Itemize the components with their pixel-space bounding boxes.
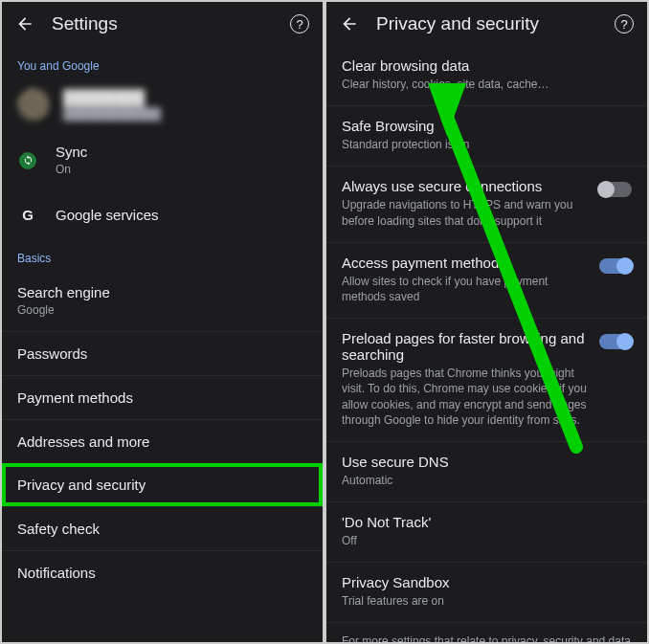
clear-browsing-data-row[interactable]: Clear browsing data Clear history, cooki…	[326, 46, 647, 106]
avatar	[17, 88, 50, 121]
preload-sub: Preloads pages that Chrome thinks you mi…	[342, 366, 590, 428]
passwords-row[interactable]: Passwords	[2, 331, 323, 375]
preload-pages-row[interactable]: Preload pages for faster browsing and se…	[326, 319, 647, 442]
secure-connections-row[interactable]: Always use secure connections Upgrade na…	[326, 167, 647, 242]
sync-title: Sync	[56, 144, 307, 160]
passwords-label: Passwords	[17, 345, 307, 362]
privacy-sandbox-row[interactable]: Privacy Sandbox Trial features are on	[326, 563, 647, 623]
privacy-content: Clear browsing data Clear history, cooki…	[326, 46, 647, 642]
secure-dns-row[interactable]: Use secure DNS Automatic	[326, 442, 647, 502]
payment-methods-label: Payment methods	[17, 389, 307, 406]
back-arrow-icon[interactable]	[340, 14, 359, 33]
clear-sub: Clear history, cookies, site data, cache…	[342, 77, 632, 92]
dns-sub: Automatic	[342, 473, 632, 488]
access-payment-row[interactable]: Access payment methods Allow sites to ch…	[326, 243, 647, 319]
secure-title: Always use secure connections	[342, 178, 590, 194]
page-title: Privacy and security	[376, 13, 597, 34]
preload-title: Preload pages for faster browsing and se…	[342, 330, 590, 363]
sandbox-title: Privacy Sandbox	[342, 574, 632, 590]
google-services-label: Google services	[56, 207, 307, 223]
account-name: ████████	[63, 89, 307, 105]
preload-pages-toggle[interactable]	[599, 334, 632, 349]
access-payment-toggle[interactable]	[599, 258, 632, 274]
sandbox-sub: Trial features are on	[342, 593, 632, 609]
payment-sub: Allow sites to check if you have payment…	[342, 274, 590, 304]
safe-title: Safe Browsing	[342, 118, 632, 134]
addresses-row[interactable]: Addresses and more	[2, 419, 323, 463]
section-basics: Basics	[2, 238, 323, 271]
notifications-row[interactable]: Notifications	[2, 550, 323, 594]
payment-methods-row[interactable]: Payment methods	[2, 375, 323, 419]
search-engine-sub: Google	[17, 302, 307, 318]
google-services-row[interactable]: G Google services	[2, 190, 323, 238]
safe-browsing-row[interactable]: Safe Browsing Standard protection is on	[326, 106, 647, 167]
settings-panel: Settings ? You and Google ████████ █████…	[2, 2, 324, 642]
footer-text: For more settings that relate to privacy…	[326, 623, 647, 642]
notifications-label: Notifications	[17, 565, 307, 581]
page-title: Settings	[52, 13, 273, 34]
privacy-security-label: Privacy and security	[17, 477, 307, 493]
dnt-title: 'Do Not Track'	[342, 514, 632, 530]
privacy-security-row[interactable]: Privacy and security	[2, 463, 323, 506]
help-icon[interactable]: ?	[615, 14, 634, 33]
account-email: ████████████	[63, 107, 307, 121]
clear-title: Clear browsing data	[342, 57, 632, 74]
search-engine-title: Search engine	[17, 284, 307, 300]
settings-content: You and Google ████████ ████████████ Syn…	[2, 46, 323, 642]
dns-title: Use secure DNS	[342, 454, 632, 470]
safety-check-row[interactable]: Safety check	[2, 506, 323, 550]
safety-check-label: Safety check	[17, 521, 307, 537]
dnt-sub: Off	[342, 533, 632, 548]
secure-connections-toggle[interactable]	[599, 182, 632, 197]
safe-sub: Standard protection is on	[342, 137, 632, 152]
back-arrow-icon[interactable]	[15, 14, 34, 33]
sync-sub: On	[56, 162, 307, 177]
sync-icon	[17, 150, 38, 171]
account-text: ████████ ████████████	[63, 89, 307, 121]
addresses-label: Addresses and more	[17, 433, 307, 450]
secure-sub: Upgrade navigations to HTTPS and warn yo…	[342, 197, 590, 228]
header: Privacy and security ?	[326, 2, 647, 46]
google-icon: G	[17, 204, 38, 225]
account-row[interactable]: ████████ ████████████	[2, 78, 323, 130]
privacy-panel: Privacy and security ? Clear browsing da…	[324, 2, 647, 642]
sync-row[interactable]: Sync On	[2, 130, 323, 190]
do-not-track-row[interactable]: 'Do Not Track' Off	[326, 502, 647, 563]
payment-title: Access payment methods	[342, 255, 590, 271]
help-icon[interactable]: ?	[290, 14, 309, 33]
section-you-and-google: You and Google	[2, 46, 323, 78]
header: Settings ?	[2, 2, 323, 46]
search-engine-row[interactable]: Search engine Google	[2, 271, 323, 331]
